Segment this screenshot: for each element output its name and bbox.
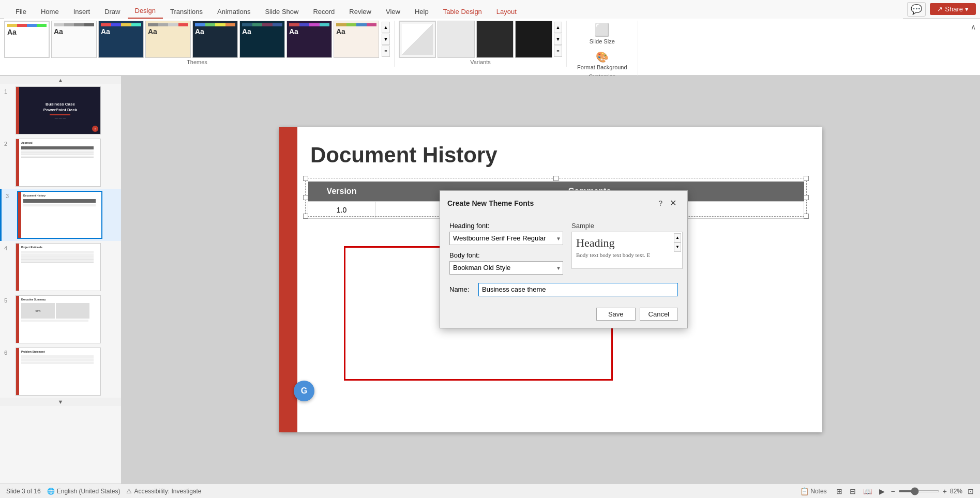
cancel-button[interactable]: Cancel bbox=[640, 308, 678, 321]
slide-item-1[interactable]: 1 Business Case PowerPoint Deck — — — ! bbox=[0, 84, 121, 137]
tab-animations[interactable]: Animations bbox=[210, 5, 258, 19]
variants-group: ▲ ▼ ≡ Variants bbox=[395, 21, 567, 67]
theme-thumb-7[interactable]: Aa bbox=[287, 21, 332, 58]
dialog-help-button[interactable]: ? bbox=[658, 199, 662, 207]
customize-group: ⬜ Slide Size 🎨 Format Background Customi… bbox=[567, 21, 638, 81]
slide-canvas: Document History Version Comments 1.0 bbox=[279, 127, 822, 432]
comments-button[interactable]: 💬 bbox=[907, 2, 926, 17]
sample-label: Sample bbox=[571, 222, 683, 230]
variant-2[interactable] bbox=[438, 21, 475, 58]
create-theme-fonts-dialog: Create New Theme Fonts ? ✕ bbox=[440, 190, 688, 328]
sample-scroll-down[interactable]: ▼ bbox=[674, 243, 681, 252]
theme-thumb-1[interactable]: Aa bbox=[4, 21, 50, 58]
save-button[interactable]: Save bbox=[596, 308, 636, 321]
language-icon: 🌐 bbox=[47, 488, 55, 495]
language-status: 🌐 English (United States) bbox=[47, 488, 120, 495]
tab-help[interactable]: Help bbox=[408, 5, 436, 19]
slide-item-3[interactable]: 3 Document History bbox=[0, 189, 121, 241]
sample-scroll-up[interactable]: ▲ bbox=[674, 233, 681, 243]
body-font-select-wrapper: Bookman Old Style Arial Calibri Cambria … bbox=[449, 261, 563, 275]
zoom-out-button[interactable]: − bbox=[891, 487, 895, 495]
theme-thumb-5[interactable]: Aa bbox=[192, 21, 238, 58]
notes-label: Notes bbox=[810, 488, 826, 495]
theme-name-input[interactable] bbox=[478, 283, 678, 296]
theme-thumb-8[interactable]: Aa bbox=[334, 21, 379, 58]
zoom-in-button[interactable]: + bbox=[943, 487, 947, 495]
tab-file[interactable]: File bbox=[8, 5, 34, 19]
slide-num-6: 6 bbox=[4, 350, 11, 356]
slide-sorter-button[interactable]: ⊟ bbox=[849, 486, 857, 496]
themes-label: Themes bbox=[4, 59, 390, 67]
format-background-button[interactable]: 🎨 Format Background bbox=[573, 49, 631, 72]
share-button[interactable]: ↗ Share ▾ bbox=[930, 3, 976, 15]
share-dropdown-icon: ▾ bbox=[965, 5, 969, 13]
slide-num-5: 5 bbox=[4, 297, 11, 304]
tab-transitions[interactable]: Transitions bbox=[163, 5, 210, 19]
tab-slideshow[interactable]: Slide Show bbox=[258, 5, 306, 19]
slide-panel: ▲ 1 Business Case PowerPoint Deck — — — … bbox=[0, 76, 122, 484]
body-font-label: Body font: bbox=[449, 251, 563, 259]
reading-view-button[interactable]: 📖 bbox=[862, 486, 873, 496]
normal-view-button[interactable]: ⊞ bbox=[835, 486, 843, 496]
notes-button[interactable]: 📋 Notes bbox=[797, 486, 830, 496]
variant-4[interactable] bbox=[515, 21, 552, 58]
variants-scroll-up[interactable]: ▲ bbox=[554, 22, 562, 33]
tab-review[interactable]: Review bbox=[342, 5, 379, 19]
theme-thumb-3[interactable]: Aa bbox=[98, 21, 144, 58]
variant-1[interactable] bbox=[399, 21, 436, 58]
tab-insert[interactable]: Insert bbox=[66, 5, 98, 19]
presenter-view-button[interactable]: ▶ bbox=[878, 486, 886, 496]
theme-thumb-2[interactable]: Aa bbox=[51, 21, 97, 58]
ribbon-collapse-button[interactable]: ∧ bbox=[967, 21, 980, 33]
dialog-title: Create New Theme Fonts bbox=[447, 199, 534, 207]
tab-draw[interactable]: Draw bbox=[97, 5, 127, 19]
panel-scroll-down[interactable]: ▼ bbox=[0, 398, 121, 406]
themes-scroll-up[interactable]: ▲ bbox=[382, 22, 390, 33]
variants-label: Variants bbox=[399, 59, 562, 67]
slide-item-4[interactable]: 4 Project Rationale bbox=[0, 241, 121, 293]
name-label: Name: bbox=[449, 285, 474, 293]
body-font-select[interactable]: Bookman Old Style Arial Calibri Cambria bbox=[449, 261, 563, 275]
share-icon: ↗ bbox=[937, 5, 943, 13]
tab-layout[interactable]: Layout bbox=[489, 5, 524, 19]
sample-box: Heading Body text body text body text. E… bbox=[571, 232, 683, 269]
heading-font-select[interactable]: Westbourne Serif Free Regular Arial Cali… bbox=[449, 232, 563, 245]
tab-record[interactable]: Record bbox=[306, 5, 342, 19]
format-bg-label: Format Background bbox=[577, 64, 627, 70]
slide-item-2[interactable]: 2 Approval bbox=[0, 137, 121, 189]
variants-scroll-down[interactable]: ▼ bbox=[554, 34, 562, 45]
panel-scroll-up[interactable]: ▲ bbox=[0, 76, 121, 84]
variants-scroll-more[interactable]: ≡ bbox=[554, 46, 562, 57]
main-area: ▲ 1 Business Case PowerPoint Deck — — — … bbox=[0, 76, 980, 484]
slide-item-5[interactable]: 5 Executive Summary 65% bbox=[0, 293, 121, 345]
name-row: Name: bbox=[449, 283, 678, 296]
tab-table-design[interactable]: Table Design bbox=[436, 5, 489, 19]
dialog-close-button[interactable]: ✕ bbox=[666, 196, 680, 210]
dialog-overlay: Create New Theme Fonts ? ✕ bbox=[279, 127, 822, 432]
zoom-slider[interactable] bbox=[898, 490, 940, 492]
theme-thumb-4[interactable]: Aa bbox=[145, 21, 191, 58]
themes-scroll-down[interactable]: ▼ bbox=[382, 34, 390, 45]
slide-info: Slide 3 of 16 bbox=[6, 488, 41, 495]
accessibility-label: Accessibility: Investigate bbox=[134, 488, 201, 495]
share-label: Share bbox=[945, 5, 963, 13]
themes-scroll-more[interactable]: ≡ bbox=[382, 46, 390, 57]
fit-to-window-button[interactable]: ⊡ bbox=[968, 487, 974, 495]
themes-scroll: ▲ ▼ ≡ bbox=[382, 22, 390, 57]
tab-design[interactable]: Design bbox=[128, 4, 163, 19]
zoom-level: 82% bbox=[950, 488, 962, 495]
tab-view[interactable]: View bbox=[379, 5, 408, 19]
slide-item-6[interactable]: 6 Problem Statement bbox=[0, 345, 121, 398]
variant-3[interactable] bbox=[476, 21, 514, 58]
dialog-sample-section: Sample Heading Body text body text body … bbox=[571, 222, 683, 281]
accessibility-icon: ⚠ bbox=[126, 488, 132, 495]
heading-font-select-wrapper: Westbourne Serif Free Regular Arial Cali… bbox=[449, 232, 563, 245]
ribbon: File Home Insert Draw Design Transitions… bbox=[0, 0, 980, 76]
slide-size-button[interactable]: ⬜ Slide Size bbox=[581, 21, 623, 47]
tab-home[interactable]: Home bbox=[34, 5, 66, 19]
themes-group: Aa Aa Aa Aa bbox=[0, 21, 395, 67]
ribbon-tabs: File Home Insert Draw Design Transitions… bbox=[4, 0, 903, 19]
slide-size-label: Slide Size bbox=[590, 38, 615, 44]
accessibility-status[interactable]: ⚠ Accessibility: Investigate bbox=[126, 488, 201, 495]
theme-thumb-6[interactable]: Aa bbox=[239, 21, 285, 58]
